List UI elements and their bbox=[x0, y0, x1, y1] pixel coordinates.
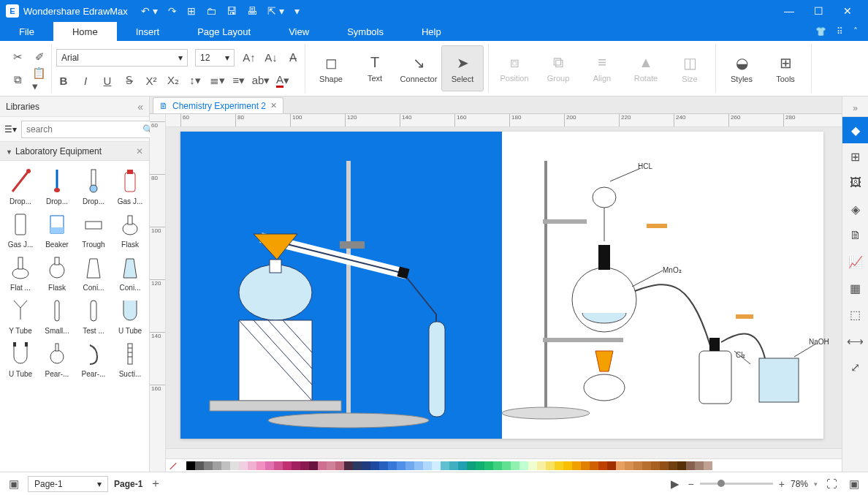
library-menu-icon[interactable]: ☰▾ bbox=[4, 121, 17, 137]
library-item[interactable]: Y Tube bbox=[3, 295, 38, 336]
zoom-in-button[interactable]: + bbox=[779, 478, 785, 490]
library-item[interactable]: Drop... bbox=[76, 165, 111, 207]
document-tab[interactable]: 🗎 Chemistry Experiment 2 ✕ bbox=[153, 97, 283, 113]
color-swatch[interactable] bbox=[467, 461, 476, 470]
horizontal-scrollbar[interactable] bbox=[166, 448, 842, 458]
color-swatch[interactable] bbox=[178, 461, 186, 470]
font-family-select[interactable]: Arial▾ bbox=[56, 49, 188, 67]
grid-panel-icon[interactable]: ⊞ bbox=[842, 143, 869, 170]
library-item[interactable]: Gas J... bbox=[113, 165, 148, 207]
group-button[interactable]: ⧉Group bbox=[537, 45, 579, 91]
color-swatch[interactable] bbox=[537, 461, 546, 470]
symbols-panel-icon[interactable]: ⬚ bbox=[842, 301, 869, 328]
size-button[interactable]: ◫Size bbox=[669, 45, 711, 91]
color-swatch[interactable] bbox=[493, 461, 502, 470]
font-size-select[interactable]: 12▾ bbox=[195, 49, 235, 67]
color-swatch[interactable] bbox=[265, 461, 274, 470]
color-swatch[interactable] bbox=[414, 461, 423, 470]
menu-symbols[interactable]: Symbols bbox=[328, 22, 403, 41]
qat-more-icon[interactable]: ▾ bbox=[294, 5, 300, 17]
category-close-icon[interactable]: ✕ bbox=[136, 146, 143, 156]
shape-button[interactable]: ◻Shape bbox=[310, 45, 352, 91]
library-item[interactable]: Beaker bbox=[39, 208, 75, 250]
table-panel-icon[interactable]: ▦ bbox=[842, 275, 869, 301]
image-panel-icon[interactable]: 🖼 bbox=[842, 170, 869, 196]
add-page-button[interactable]: ＋ bbox=[148, 477, 163, 491]
text-direction-icon[interactable]: ab▾ bbox=[254, 73, 268, 88]
library-item[interactable]: Gas J... bbox=[3, 208, 38, 250]
color-swatch[interactable] bbox=[572, 461, 581, 470]
color-swatch[interactable] bbox=[300, 461, 309, 470]
line-spacing-icon[interactable]: ↕▾ bbox=[188, 73, 202, 88]
library-item[interactable]: Coni... bbox=[113, 252, 148, 293]
zoom-out-button[interactable]: − bbox=[688, 478, 694, 490]
color-swatch[interactable] bbox=[230, 461, 239, 470]
color-swatch[interactable] bbox=[406, 461, 414, 470]
color-swatch[interactable] bbox=[598, 461, 607, 470]
theme-panel-icon[interactable]: ◆ bbox=[842, 117, 869, 143]
close-tab-icon[interactable]: ✕ bbox=[270, 101, 277, 110]
select-button[interactable]: ➤Select bbox=[441, 45, 484, 91]
color-swatch[interactable] bbox=[616, 461, 625, 470]
color-swatch[interactable] bbox=[511, 461, 519, 470]
color-swatch[interactable] bbox=[642, 461, 651, 470]
styles-button[interactable]: ◒Styles bbox=[720, 45, 763, 91]
fullscreen-panel-icon[interactable]: ⤢ bbox=[842, 354, 869, 380]
bullets-icon[interactable]: ≣▾ bbox=[210, 73, 224, 88]
library-item[interactable]: Pear-... bbox=[76, 338, 111, 379]
menu-page-layout[interactable]: Page Layout bbox=[178, 22, 270, 41]
library-item[interactable]: U Tube bbox=[113, 295, 148, 336]
library-item[interactable]: Test ... bbox=[76, 295, 111, 336]
library-item[interactable]: Drop... bbox=[3, 165, 38, 207]
collapse-right-icon[interactable]: » bbox=[842, 99, 868, 117]
swatch-none[interactable] bbox=[169, 461, 178, 470]
color-swatch[interactable] bbox=[292, 461, 300, 470]
save-icon[interactable]: 🖫 bbox=[226, 5, 237, 17]
open-icon[interactable]: 🗀 bbox=[206, 5, 216, 17]
color-swatch[interactable] bbox=[344, 461, 353, 470]
rotate-button[interactable]: ▲Rotate bbox=[625, 45, 667, 91]
color-swatch[interactable] bbox=[370, 461, 379, 470]
color-swatch[interactable] bbox=[186, 461, 195, 470]
menu-home[interactable]: Home bbox=[53, 22, 117, 41]
color-swatch[interactable] bbox=[555, 461, 563, 470]
paste-icon[interactable]: 📋▾ bbox=[32, 72, 47, 87]
fit-page-icon[interactable]: ⛶ bbox=[823, 477, 840, 490]
collapse-libraries-icon[interactable]: « bbox=[137, 101, 143, 113]
library-item[interactable]: Pear-... bbox=[39, 338, 75, 379]
canvas[interactable]: HCL MnO₂ NaOH Cl₂ bbox=[166, 127, 842, 448]
align-button[interactable]: ≡Align bbox=[581, 45, 623, 91]
color-swatch[interactable] bbox=[353, 461, 362, 470]
color-swatch[interactable] bbox=[660, 461, 669, 470]
color-swatch[interactable] bbox=[388, 461, 397, 470]
color-swatch[interactable] bbox=[546, 461, 555, 470]
page-select[interactable]: Page-1▾ bbox=[28, 476, 108, 492]
color-swatch[interactable] bbox=[519, 461, 528, 470]
bold-icon[interactable]: B bbox=[56, 73, 71, 88]
redo-icon[interactable]: ↷ bbox=[168, 5, 177, 17]
page-panel-icon[interactable]: 🗎 bbox=[842, 222, 869, 249]
library-item[interactable]: Flask bbox=[39, 252, 75, 293]
color-swatch[interactable] bbox=[528, 461, 537, 470]
export-icon[interactable]: ⇱ ▾ bbox=[267, 5, 284, 17]
color-swatch[interactable] bbox=[581, 461, 590, 470]
color-swatch[interactable] bbox=[256, 461, 265, 470]
text-button[interactable]: TText bbox=[354, 45, 396, 91]
layers-panel-icon[interactable]: ◈ bbox=[842, 196, 869, 222]
library-item[interactable]: Trough bbox=[76, 208, 111, 250]
color-swatch[interactable] bbox=[423, 461, 432, 470]
library-item[interactable]: Flask bbox=[113, 208, 148, 250]
color-swatch[interactable] bbox=[441, 461, 449, 470]
chart-panel-icon[interactable]: 📈 bbox=[842, 249, 869, 275]
menu-file[interactable]: File bbox=[0, 22, 53, 41]
color-swatch[interactable] bbox=[248, 461, 256, 470]
position-button[interactable]: ⧈Position bbox=[493, 45, 536, 91]
focus-panel-icon[interactable]: ⟷ bbox=[842, 328, 869, 354]
color-swatch[interactable] bbox=[195, 461, 204, 470]
presentation-icon[interactable]: ▶ bbox=[668, 477, 682, 491]
color-swatch[interactable] bbox=[449, 461, 458, 470]
library-item[interactable]: Small... bbox=[39, 295, 75, 336]
library-item[interactable]: Drop... bbox=[39, 165, 75, 207]
color-swatch[interactable] bbox=[677, 461, 686, 470]
library-item[interactable]: U Tube bbox=[3, 338, 38, 379]
